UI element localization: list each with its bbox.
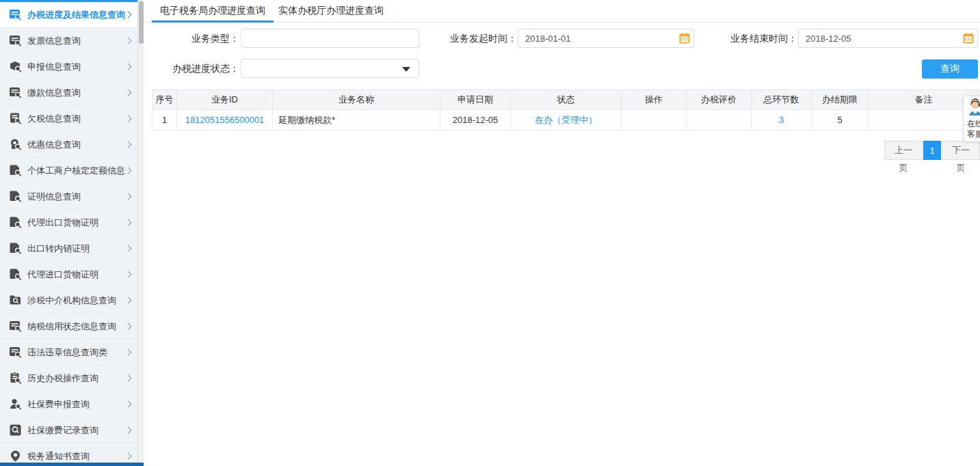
sidebar-item-individual-quota-query[interactable]: 个体工商户核定定额信息查询 <box>0 158 137 184</box>
main-content: 电子税务局办理进度查询 实体办税厅办理进度查询 业务类型： 业务发起时间： 业务… <box>144 0 980 466</box>
sidebar-item-agent-export-cert[interactable]: 代理出口货物证明 <box>0 210 137 236</box>
sidebar-item-preferential-query[interactable]: 优惠信息查询 <box>0 132 137 158</box>
calendar-icon[interactable] <box>679 33 690 44</box>
doc-search-icon <box>9 86 22 99</box>
col-header-operation: 操作 <box>622 90 687 110</box>
online-customer-service-widget[interactable]: 在线 客服 <box>963 96 980 142</box>
results-table: 序号 业务ID 业务名称 申请日期 状态 操作 办税评价 总环节数 办结期限 备… <box>152 90 979 131</box>
pin-search-icon <box>9 450 22 463</box>
sidebar-item-label: 办税进度及结果信息查询 <box>27 9 126 21</box>
col-header-status: 状态 <box>511 90 622 110</box>
business-id-link[interactable]: 1812051556500001 <box>185 115 265 125</box>
person-search-icon <box>9 398 22 411</box>
sidebar-item-tax-arrears-query[interactable]: 欠税信息查询 <box>0 106 137 132</box>
cell-apply-date: 2018-12-05 <box>440 110 511 131</box>
scrollbar-thumb[interactable] <box>139 1 144 44</box>
sidebar-item-label: 优惠信息查询 <box>27 139 126 151</box>
sidebar-item-tax-agency-query[interactable]: 涉税中介机构信息查询 <box>0 288 137 314</box>
cell-business-name: 延期缴纳税款* <box>273 110 440 131</box>
col-header-total-steps: 总环节数 <box>752 90 812 110</box>
chevron-right-icon <box>125 427 132 434</box>
sidebar-item-label: 缴款信息查询 <box>27 87 126 99</box>
tab-office-progress-query[interactable]: 实体办税厅办理进度查询 <box>270 0 392 23</box>
sidebar-item-payment-query[interactable]: 缴款信息查询 <box>0 80 137 106</box>
col-header-seq: 序号 <box>153 90 177 110</box>
chevron-right-icon <box>125 12 132 18</box>
start-time-input[interactable] <box>518 29 694 48</box>
sidebar-item-agent-import-cert[interactable]: 代理进口货物证明 <box>0 262 137 288</box>
doc-search-icon <box>9 112 22 125</box>
sidebar-item-tax-credit-query[interactable]: 纳税信用状态信息查询 <box>0 314 137 340</box>
sidebar-item-label: 税务通知书查询 <box>27 450 126 463</box>
chevron-right-icon <box>125 297 132 304</box>
cell-evaluation <box>687 110 752 131</box>
sidebar-item-label: 历史办税操作查询 <box>27 372 126 385</box>
business-type-label: 业务类型： <box>157 29 239 48</box>
sidebar-item-export-to-domestic-cert[interactable]: 出口转内销证明 <box>0 236 137 262</box>
sidebar-item-label: 代理出口货物证明 <box>27 217 126 229</box>
page-number-current[interactable]: 1 <box>923 141 941 160</box>
search-square-icon <box>9 424 22 437</box>
tab-bar: 电子税务局办理进度查询 实体办税厅办理进度查询 <box>144 0 980 23</box>
cell-operation <box>622 110 687 131</box>
doc-search-icon <box>9 320 22 333</box>
sidebar-item-declare-query[interactable]: 申报信息查询 <box>0 54 137 80</box>
chevron-right-icon <box>125 115 132 122</box>
prev-page-button[interactable]: 上一页 <box>884 141 923 160</box>
sidebar-item-social-declare-query[interactable]: 社保费申报查询 <box>0 392 137 417</box>
chevron-right-icon <box>125 245 132 252</box>
status-link[interactable]: 在办（受理中） <box>535 115 597 125</box>
chevron-right-icon <box>125 90 132 96</box>
badge-search-icon <box>9 138 22 151</box>
end-time-input[interactable] <box>798 29 978 48</box>
col-header-business-name: 业务名称 <box>273 90 440 110</box>
calendar-icon[interactable] <box>963 33 974 44</box>
doc-search-icon <box>9 190 22 203</box>
sidebar-item-history-operation-query[interactable]: 历史办税操作查询 <box>0 366 137 392</box>
chevron-right-icon <box>125 323 132 330</box>
col-header-evaluation: 办税评价 <box>687 90 752 110</box>
col-header-deadline: 办结期限 <box>812 90 869 110</box>
sidebar-item-label: 社保费申报查询 <box>27 398 126 411</box>
chevron-right-icon <box>125 271 132 278</box>
chevron-right-icon <box>125 375 132 382</box>
sidebar-scrollbar[interactable] <box>137 0 144 466</box>
sidebar-menu: 办税进度及结果信息查询 发票信息查询 申报信息查询 缴款信息查询 欠税信息查询 … <box>0 0 137 466</box>
query-button[interactable]: 查询 <box>922 59 978 79</box>
next-page-button[interactable]: 下一页 <box>942 141 980 160</box>
sidebar-item-social-payment-record-query[interactable]: 社保缴费记录查询 <box>0 417 137 443</box>
end-time-label: 业务结束时间： <box>718 29 797 48</box>
business-type-input[interactable] <box>241 29 419 48</box>
doc-search-icon <box>9 346 22 359</box>
progress-status-select[interactable] <box>241 59 419 78</box>
doc-search-icon <box>9 164 22 177</box>
table-header-row: 序号 业务ID 业务名称 申请日期 状态 操作 办税评价 总环节数 办结期限 备… <box>153 90 979 110</box>
folder-search-icon <box>9 294 22 307</box>
sidebar-item-label: 违法违章信息查询类 <box>27 346 126 359</box>
sidebar-item-label: 社保缴费记录查询 <box>27 424 126 437</box>
sidebar-item-invoice-query[interactable]: 发票信息查询 <box>0 28 137 54</box>
clipboard-search-icon <box>9 372 22 385</box>
chevron-right-icon <box>125 349 132 356</box>
chevron-right-icon <box>125 141 132 148</box>
cs-label-line1: 在线 <box>967 119 980 129</box>
cell-seq: 1 <box>153 110 177 131</box>
customer-service-avatar-icon <box>967 98 980 116</box>
chevron-right-icon <box>125 219 132 226</box>
sidebar-item-certificate-query[interactable]: 证明信息查询 <box>0 184 137 210</box>
tab-etax-progress-query[interactable]: 电子税务局办理进度查询 <box>152 0 274 23</box>
sidebar-item-label: 代理进口货物证明 <box>27 269 126 281</box>
sidebar-bottom-bar <box>0 463 144 466</box>
total-steps-link[interactable]: 3 <box>779 115 784 125</box>
doc-search-icon <box>9 34 22 47</box>
chevron-right-icon <box>125 167 132 174</box>
sidebar-item-violation-query[interactable]: 违法违章信息查询类 <box>0 340 137 366</box>
sidebar-item-label: 纳税信用状态信息查询 <box>27 320 126 333</box>
chevron-right-icon <box>125 38 132 44</box>
chevron-right-icon <box>125 401 132 408</box>
sidebar-item-tax-progress-query[interactable]: 办税进度及结果信息查询 <box>0 2 137 28</box>
sidebar-item-label: 发票信息查询 <box>27 35 126 47</box>
sidebar-item-label: 个体工商户核定定额信息查询 <box>27 165 126 177</box>
start-time-field <box>518 29 694 48</box>
cell-deadline: 5 <box>812 110 869 131</box>
